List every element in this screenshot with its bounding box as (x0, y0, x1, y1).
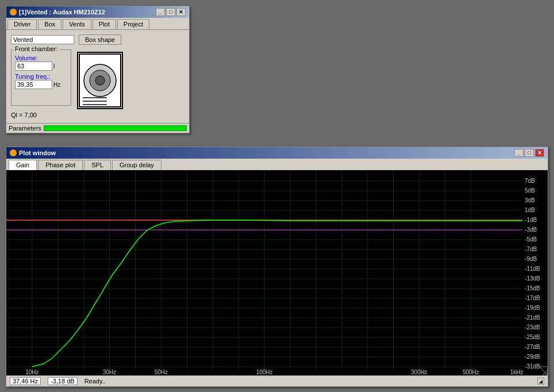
svg-text:-23dB: -23dB (525, 324, 540, 330)
top-window-title: [1]Vented : Audax HM210Z12 (19, 9, 105, 16)
qi-label: Ql = 7,00 (11, 112, 184, 118)
svg-text:500Hz: 500Hz (463, 369, 479, 375)
svg-point-4 (95, 76, 105, 85)
resize-corner[interactable]: ◢ (537, 378, 544, 385)
svg-text:-9dB: -9dB (525, 256, 537, 262)
plot-window: Plot window _ □ ✕ Gain Phase plot SPL Gr… (6, 147, 548, 387)
close-button[interactable]: ✕ (176, 8, 186, 16)
chart-svg: 7dB 5dB 3dB 1dB -1dB -3dB -5dB -7dB -9dB… (6, 171, 548, 375)
status-bar: 37,46 Hz -3,18 dB Ready.. ◢ (6, 375, 548, 386)
svg-text:-13dB: -13dB (525, 275, 540, 282)
volume-unit: l (53, 63, 55, 70)
params-bar: Parameters (6, 123, 189, 133)
plot-tab-gain[interactable]: Gain (9, 160, 37, 170)
title-controls: _ □ ✕ (156, 8, 186, 16)
status-freq: 37,46 Hz (10, 377, 41, 385)
plot-minimize-button[interactable]: _ (514, 149, 524, 157)
params-text: Parameters (9, 125, 41, 132)
volume-input[interactable] (15, 62, 52, 71)
app-icon (10, 9, 17, 16)
box-type-row: Box shape (11, 34, 184, 45)
svg-text:7dB: 7dB (525, 178, 535, 184)
tab-box[interactable]: Box (38, 19, 61, 29)
svg-text:-27dB: -27dB (525, 344, 540, 350)
plot-tab-bar: Gain Phase plot SPL Group delay (6, 159, 548, 171)
top-title-bar: [1]Vented : Audax HM210Z12 _ □ ✕ (6, 6, 189, 18)
svg-text:-29dB: -29dB (525, 353, 540, 360)
plot-window-title: Plot window (19, 149, 56, 156)
svg-text:10Hz: 10Hz (25, 369, 39, 375)
box-type-input[interactable] (11, 35, 74, 44)
svg-text:-3dB: -3dB (525, 226, 537, 233)
tuning-row: Hz (15, 80, 67, 89)
svg-text:-7dB: -7dB (525, 246, 537, 252)
svg-text:-19dB: -19dB (525, 305, 540, 311)
svg-text:-1dB: -1dB (525, 217, 537, 223)
plot-title-controls: _ □ ✕ (514, 149, 544, 157)
svg-text:-5dB: -5dB (525, 236, 537, 243)
plot-title-bar: Plot window _ □ ✕ (6, 147, 548, 159)
params-progress (44, 125, 187, 131)
top-tab-bar: Driver Box Vents Plot Project (6, 18, 189, 30)
svg-text:100Hz: 100Hz (256, 369, 273, 375)
svg-text:-25dB: -25dB (525, 334, 540, 340)
tuning-freq-unit: Hz (53, 82, 60, 88)
svg-text:30Hz: 30Hz (103, 369, 116, 375)
tab-driver[interactable]: Driver (7, 19, 37, 29)
tab-vents[interactable]: Vents (63, 19, 91, 29)
status-db: -3,18 dB (48, 377, 78, 385)
tuning-freq-input[interactable] (15, 80, 52, 89)
svg-text:-15dB: -15dB (525, 285, 540, 291)
svg-text:1kHz: 1kHz (510, 369, 524, 375)
minimize-button[interactable]: _ (156, 8, 165, 16)
svg-text:-11dB: -11dB (525, 266, 540, 272)
svg-text:-31dB: -31dB (525, 363, 540, 370)
svg-rect-8 (6, 171, 548, 375)
svg-text:-17dB: -17dB (525, 295, 540, 301)
tuning-freq-label: Tuning freq.: (15, 73, 67, 80)
speaker-preview (77, 52, 123, 109)
plot-maximize-button[interactable]: □ (525, 149, 534, 157)
svg-text:50Hz: 50Hz (155, 369, 168, 375)
svg-text:-21dB: -21dB (525, 314, 540, 321)
tab-plot[interactable]: Plot (93, 19, 116, 29)
top-window: [1]Vented : Audax HM210Z12 _ □ ✕ Driver … (6, 6, 190, 133)
plot-tab-group-delay[interactable]: Group delay (112, 160, 161, 170)
plot-app-icon (10, 149, 17, 156)
plot-tab-spl[interactable]: SPL (84, 160, 111, 170)
box-panel: Box shape Front chamber: Volume: l Tunin… (6, 30, 189, 123)
title-bar-left: [1]Vented : Audax HM210Z12 (10, 9, 105, 16)
box-shape-button[interactable]: Box shape (79, 34, 121, 45)
maximize-button[interactable]: □ (166, 8, 175, 16)
plot-close-button[interactable]: ✕ (535, 149, 544, 157)
front-chamber-legend: Front chamber: (14, 45, 59, 52)
volume-label: Volume: (15, 55, 67, 62)
svg-text:3dB: 3dB (525, 197, 535, 203)
svg-text:300Hz: 300Hz (411, 369, 428, 375)
tab-project[interactable]: Project (117, 19, 149, 29)
svg-text:1dB: 1dB (525, 207, 535, 213)
status-ready: Ready.. (84, 378, 530, 385)
front-chamber-group: Front chamber: Volume: l Tuning freq.: H… (11, 49, 71, 106)
plot-tab-phase[interactable]: Phase plot (38, 160, 83, 170)
svg-text:5dB: 5dB (525, 187, 535, 194)
chart-area: 7dB 5dB 3dB 1dB -1dB -3dB -5dB -7dB -9dB… (6, 171, 548, 375)
volume-row: l (15, 62, 67, 71)
